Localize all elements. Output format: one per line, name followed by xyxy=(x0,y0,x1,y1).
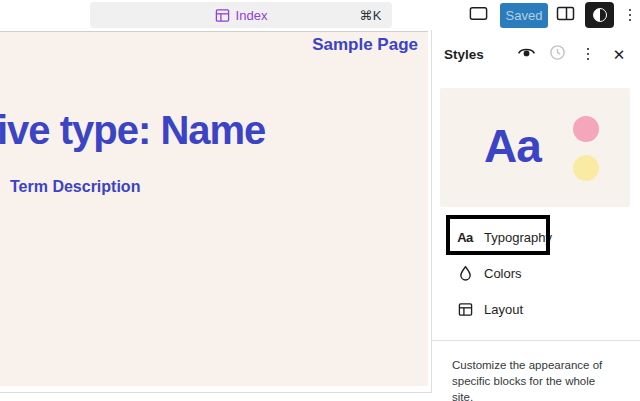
styles-panel: Styles xyxy=(431,30,640,393)
saved-button[interactable]: Saved xyxy=(500,3,548,28)
preview-device-button[interactable] xyxy=(466,5,490,25)
menu-item-layout[interactable]: Layout xyxy=(432,291,640,327)
menu-item-label: Typography xyxy=(484,230,552,245)
menu-item-label: Layout xyxy=(484,302,523,317)
typography-aa-icon: Aa xyxy=(456,230,474,245)
document-title: Index xyxy=(236,8,268,23)
sample-page-link[interactable]: Sample Page xyxy=(312,35,418,55)
term-description-text[interactable]: Term Description xyxy=(10,178,140,196)
styles-panel-header: Styles xyxy=(432,30,640,78)
yellow-color-dot xyxy=(573,155,599,181)
panel-footer-text: Customize the appearance of specific blo… xyxy=(452,357,612,401)
panel-options-button[interactable] xyxy=(577,43,599,65)
sidebar-toggle-icon xyxy=(556,6,575,24)
editor-topbar: Index ⌘K Saved xyxy=(0,0,640,30)
sidebar-toggle-button[interactable] xyxy=(552,6,578,24)
menu-item-typography[interactable]: Aa Typography xyxy=(432,219,640,255)
contrast-styles-icon xyxy=(593,8,607,22)
layout-grid-icon xyxy=(456,302,474,317)
menu-item-label: Colors xyxy=(484,266,522,281)
styles-menu: Aa Typography Colors Layout xyxy=(432,219,640,327)
document-switcher[interactable]: Index ⌘K xyxy=(90,2,392,28)
laptop-preview-icon xyxy=(468,6,489,25)
archive-title-heading[interactable]: ive type: Name xyxy=(0,108,265,153)
close-icon: ✕ xyxy=(613,47,626,62)
styles-preview-card[interactable]: Aa xyxy=(440,88,630,207)
panel-footer: Customize the appearance of specific blo… xyxy=(432,340,640,401)
pink-color-dot xyxy=(573,116,599,142)
options-menu-button[interactable] xyxy=(621,6,639,24)
revisions-clock-icon xyxy=(549,44,566,64)
editor-canvas[interactable]: Sample Page ive type: Name Term Descript… xyxy=(0,31,428,386)
preview-aa-text: Aa xyxy=(484,118,541,172)
styles-toggle-button[interactable] xyxy=(585,2,614,28)
color-drop-icon xyxy=(456,265,474,281)
style-book-button[interactable] xyxy=(515,43,537,65)
kebab-menu-icon xyxy=(629,9,632,12)
panel-title: Styles xyxy=(444,47,484,62)
kebab-menu-icon xyxy=(587,48,590,61)
template-icon xyxy=(215,8,230,23)
keyboard-shortcut: ⌘K xyxy=(359,8,382,23)
menu-item-colors[interactable]: Colors xyxy=(432,255,640,291)
eye-icon xyxy=(517,46,536,62)
close-panel-button[interactable]: ✕ xyxy=(608,43,630,65)
revisions-button[interactable] xyxy=(546,43,568,65)
